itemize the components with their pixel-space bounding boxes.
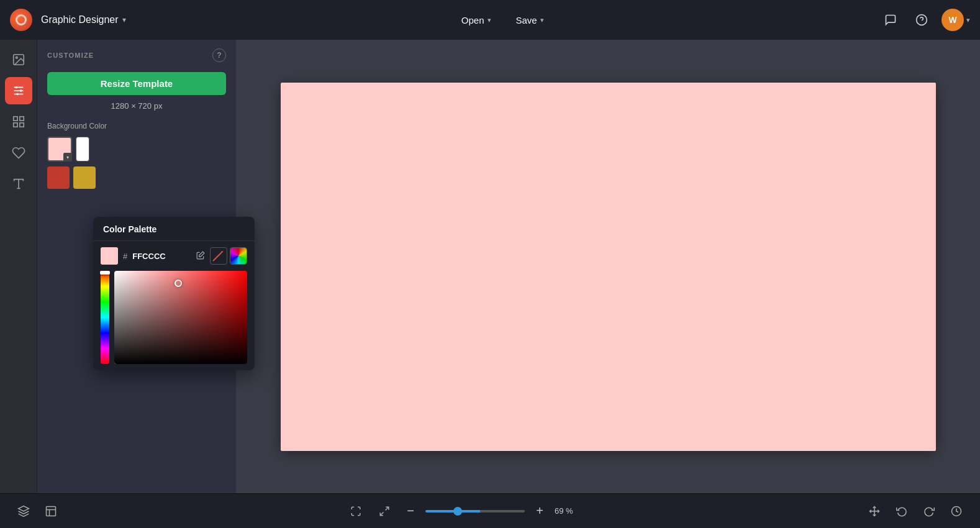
swatch-dropdown-icon[interactable]: ▾ xyxy=(63,153,72,162)
color-palette-popup: Color Palette # FFCCCC xyxy=(93,217,255,370)
user-chevron: ▾ xyxy=(966,16,970,24)
sidebar: CUSTOMIZE ? Resize Template 1280 × 720 p… xyxy=(37,40,236,493)
palette-title: Color Palette xyxy=(93,217,255,241)
sidebar-help-button[interactable]: ? xyxy=(212,48,226,62)
hue-slider-thumb xyxy=(100,271,110,275)
topbar-center: Open ▾ Save ▾ xyxy=(126,11,880,29)
rail-grid-icon[interactable] xyxy=(5,108,32,135)
hex-color-preview xyxy=(101,247,118,265)
canvas xyxy=(281,83,936,451)
hue-slider[interactable] xyxy=(101,271,109,364)
app-title-text: Graphic Designer xyxy=(41,14,119,25)
background-color-label: Background Color xyxy=(47,122,226,130)
palette-hex-row: # FFCCCC xyxy=(93,241,255,271)
move-button[interactable] xyxy=(863,500,886,522)
open-chevron: ▾ xyxy=(488,16,491,24)
icon-rail xyxy=(0,40,37,493)
rail-customize-icon[interactable] xyxy=(5,77,32,104)
color-swatches: ▾ xyxy=(47,137,226,162)
user-avatar[interactable]: W xyxy=(941,9,964,31)
help-icon-button[interactable] xyxy=(910,9,933,31)
redo-button[interactable] xyxy=(918,500,940,522)
swatch-row xyxy=(47,166,226,189)
chat-icon-button[interactable] xyxy=(879,9,902,31)
layers-button[interactable] xyxy=(12,500,35,522)
resize-template-button[interactable]: Resize Template xyxy=(47,72,226,95)
eyedropper-icon[interactable] xyxy=(196,251,205,262)
svg-point-8 xyxy=(19,89,22,92)
save-label: Save xyxy=(516,15,537,25)
rail-text-icon[interactable] xyxy=(5,170,32,198)
svg-marker-17 xyxy=(19,506,29,511)
fit-to-screen-button[interactable] xyxy=(345,500,367,522)
sidebar-title: CUSTOMIZE xyxy=(47,52,94,59)
bottom-bar: − + 69 % xyxy=(0,493,980,528)
fullscreen-button[interactable] xyxy=(373,500,396,522)
white-color-swatch[interactable] xyxy=(76,137,89,162)
topbar-right: W ▾ xyxy=(879,9,970,31)
open-button[interactable]: Open ▾ xyxy=(453,11,500,29)
rail-heart-icon[interactable] xyxy=(5,139,32,166)
no-fill-button[interactable] xyxy=(210,247,227,265)
save-button[interactable]: Save ▾ xyxy=(507,11,553,29)
zoom-slider[interactable] xyxy=(425,510,525,512)
svg-point-9 xyxy=(16,93,19,96)
frame-button[interactable] xyxy=(40,500,62,522)
color-gradient[interactable] xyxy=(114,271,247,364)
user-avatar-container[interactable]: W ▾ xyxy=(941,9,970,31)
svg-line-22 xyxy=(380,512,383,515)
bottom-right-tools xyxy=(863,500,968,522)
user-initial: W xyxy=(948,15,956,25)
svg-rect-11 xyxy=(19,117,23,121)
undo-button[interactable] xyxy=(891,500,913,522)
svg-rect-12 xyxy=(13,123,17,127)
sidebar-header: CUSTOMIZE ? xyxy=(47,48,226,62)
zoom-minus-button[interactable]: − xyxy=(402,503,419,520)
svg-point-7 xyxy=(15,86,17,89)
bg-color-swatch[interactable]: ▾ xyxy=(47,137,72,162)
hex-value: FFCCCC xyxy=(132,252,191,261)
red-swatch[interactable] xyxy=(47,166,70,189)
zoom-plus-button[interactable]: + xyxy=(531,503,548,520)
svg-rect-18 xyxy=(47,506,56,516)
svg-line-21 xyxy=(386,507,389,510)
canvas-dimensions: 1280 × 720 px xyxy=(47,101,226,111)
rainbow-button[interactable] xyxy=(230,247,247,265)
bottom-left-tools xyxy=(12,500,62,522)
app-logo xyxy=(10,9,32,31)
bottom-center-tools: − + 69 % xyxy=(345,500,581,522)
svg-rect-10 xyxy=(13,117,17,121)
svg-marker-16 xyxy=(199,252,204,257)
canvas-area[interactable] xyxy=(236,40,980,493)
hex-prefix: # xyxy=(123,252,127,261)
gold-swatch[interactable] xyxy=(73,166,96,189)
picker-thumb xyxy=(175,280,182,287)
svg-point-3 xyxy=(16,57,17,58)
app-title[interactable]: Graphic Designer ▾ xyxy=(41,14,126,25)
zoom-percentage: 69 % xyxy=(555,506,581,516)
color-picker-area[interactable] xyxy=(101,271,247,364)
save-chevron: ▾ xyxy=(540,16,544,24)
palette-type-icons xyxy=(210,247,247,265)
topbar: Graphic Designer ▾ Open ▾ Save ▾ W xyxy=(0,0,980,40)
rail-image-icon[interactable] xyxy=(5,46,32,73)
main-content: CUSTOMIZE ? Resize Template 1280 × 720 p… xyxy=(0,40,980,493)
history-button[interactable] xyxy=(945,500,968,522)
open-label: Open xyxy=(461,15,484,25)
svg-rect-13 xyxy=(19,123,23,127)
